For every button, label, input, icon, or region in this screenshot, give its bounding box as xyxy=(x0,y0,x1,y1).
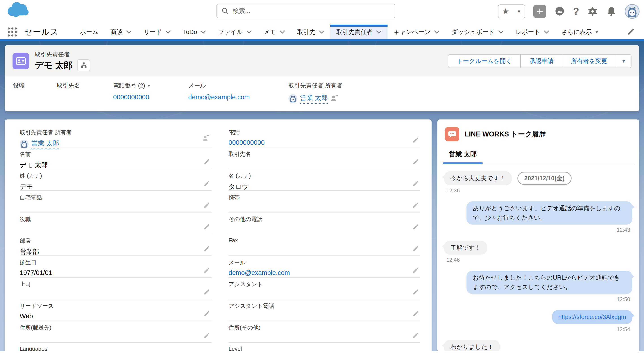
tab-home[interactable]: ホーム xyxy=(74,25,104,39)
chat-bubble-icon xyxy=(445,127,459,141)
chevron-down-icon xyxy=(126,31,132,34)
tab-contacts-active[interactable]: 取引先責任者 xyxy=(330,25,388,39)
field-first-name-kana: 名 (カナ) タロウ xyxy=(228,169,420,191)
edit-field-icon[interactable] xyxy=(204,202,210,209)
chevron-down-icon xyxy=(280,31,285,34)
setup-gear-icon[interactable] xyxy=(587,6,598,17)
change-owner-icon[interactable] xyxy=(330,94,338,104)
chat-message: わかりました！ 12:57 xyxy=(444,340,632,351)
edit-field-icon[interactable] xyxy=(204,310,210,318)
app-name[interactable]: セールス xyxy=(24,27,59,38)
favorite-star-icon[interactable]: ★ xyxy=(498,5,513,18)
submit-for-approval-button[interactable]: 承認申請 xyxy=(521,55,562,68)
field-languages: Languages xyxy=(20,343,212,351)
edit-field-icon[interactable] xyxy=(204,332,210,339)
field-other-phone: その他の電話 xyxy=(228,212,420,234)
search-icon xyxy=(222,7,229,15)
edit-field-icon[interactable] xyxy=(412,310,419,318)
favorites-dropdown-icon[interactable]: ▾ xyxy=(513,5,525,18)
chat-message: https://sforce.co/3Alxdgm 12:54 xyxy=(444,310,632,332)
field-phone: 電話 0000000000 xyxy=(228,126,420,147)
phone-link[interactable]: 0000000000 xyxy=(113,94,149,101)
field-name: 名前 デモ 太郎 xyxy=(20,147,212,169)
edit-field-icon[interactable] xyxy=(412,180,419,188)
edit-field-icon[interactable] xyxy=(204,267,210,274)
chat-tab-partner[interactable]: 営業 太郎 xyxy=(443,150,482,164)
search-input[interactable] xyxy=(232,8,390,15)
edit-field-icon[interactable] xyxy=(204,180,210,188)
record-header: 取引先責任者 デモ 太郎 xyxy=(5,45,639,76)
chat-header: LINE WORKS トーク履歴 xyxy=(443,125,634,141)
edit-field-icon[interactable] xyxy=(412,223,419,231)
tab-campaigns[interactable]: キャンペーン xyxy=(388,25,446,39)
field-contact-owner: 取引先責任者 所有者 営業 太郎 xyxy=(20,126,212,147)
tab-files[interactable]: ファイル xyxy=(212,25,258,39)
chat-panel-title: LINE WORKS トーク履歴 xyxy=(465,130,546,139)
edit-field-icon[interactable] xyxy=(204,223,210,231)
change-owner-button[interactable]: 所有者を変更 xyxy=(562,55,616,68)
salesforce-app-window: ★ ▾ + ? xyxy=(0,0,644,353)
chevron-down-icon xyxy=(246,31,252,34)
chevron-down-icon xyxy=(434,31,440,34)
edit-field-icon[interactable] xyxy=(412,202,419,209)
chat-url-link[interactable]: https://sforce.co/3Alxdgm xyxy=(558,314,626,320)
chat-tabs: 営業 太郎 xyxy=(443,150,634,164)
tab-reports[interactable]: レポート xyxy=(510,25,555,39)
tab-more[interactable]: さらに表示 ▾ xyxy=(555,25,604,39)
tab-opportunities[interactable]: 商談 xyxy=(104,25,138,39)
tab-tasks[interactable]: ToDo xyxy=(177,25,212,39)
change-owner-icon[interactable] xyxy=(202,134,210,143)
highlight-owner: 取引先責任者 所有者 営業 太郎 xyxy=(288,82,639,104)
field-reports-to: 上司 xyxy=(20,278,212,299)
field-fax: Fax xyxy=(228,234,420,256)
chevron-down-icon xyxy=(166,31,171,34)
app-nav-bar: セールス ホーム 商談 リード ToDo ファイル メモ xyxy=(0,25,644,41)
tab-dashboards[interactable]: ダッシュボード xyxy=(446,25,510,39)
email-link[interactable]: demo@example.com xyxy=(228,269,290,276)
chat-message: お待たせしました！こちらのURLからビデオ通話できますので、アクセスしてください… xyxy=(444,271,632,302)
message-time: 12:50 xyxy=(444,296,630,302)
edit-field-icon[interactable] xyxy=(204,158,210,166)
user-avatar[interactable] xyxy=(625,4,640,19)
global-search xyxy=(216,4,395,18)
field-assistant: アシスタント xyxy=(228,278,420,299)
field-mailing-address: 住所(郵送先) xyxy=(20,321,212,343)
message-time: 12:36 xyxy=(446,187,632,194)
highlights-panel: 役職 取引先名 電話番号 (2) ▾ 0000000000 メール demo xyxy=(5,76,639,111)
trailhead-icon[interactable] xyxy=(554,6,565,17)
email-link[interactable]: demo@example.com xyxy=(188,94,250,101)
tab-accounts[interactable]: 取引先 xyxy=(291,25,330,39)
record-name: デモ 太郎 xyxy=(35,59,73,71)
more-actions-dropdown-icon[interactable]: ▾ xyxy=(616,55,631,68)
notifications-bell-icon[interactable] xyxy=(606,6,617,17)
nav-edit-pencil-icon[interactable] xyxy=(627,28,635,37)
edit-field-icon[interactable] xyxy=(412,267,419,274)
tab-leads[interactable]: リード xyxy=(138,25,177,39)
edit-field-icon[interactable] xyxy=(204,245,210,253)
chat-message: 今から大丈夫です！ 2021/12/10(金) 12:36 xyxy=(444,171,632,194)
phone-link[interactable]: 0000000000 xyxy=(228,139,264,146)
chat-date-chip: 2021/12/10(金) xyxy=(518,172,572,185)
chevron-down-icon xyxy=(200,31,206,34)
hierarchy-button[interactable] xyxy=(77,59,90,71)
global-add-icon[interactable]: + xyxy=(533,5,546,18)
details-right-column: 電話 0000000000 取引先名 名 (カナ) タロウ xyxy=(228,126,420,351)
edit-field-icon[interactable] xyxy=(412,137,419,144)
header-actions: ★ ▾ + ? xyxy=(498,4,640,19)
message-time: 12:43 xyxy=(444,227,630,233)
chat-message: ありがとうございます。ビデオ通話の準備をしますので、少々お待ちください。 12:… xyxy=(444,201,632,233)
edit-field-icon[interactable] xyxy=(412,332,419,339)
open-talk-room-button[interactable]: トークルームを開く xyxy=(448,55,521,68)
help-icon[interactable]: ? xyxy=(573,6,579,17)
edit-field-icon[interactable] xyxy=(412,245,419,253)
tab-notes[interactable]: メモ xyxy=(258,25,291,39)
field-mobile: 携帯 xyxy=(228,191,420,212)
field-assistant-phone: アシスタント電話 xyxy=(228,299,420,321)
edit-field-icon[interactable] xyxy=(412,158,419,166)
app-launcher-icon[interactable] xyxy=(7,27,18,37)
edit-field-icon[interactable] xyxy=(204,288,210,296)
edit-field-icon[interactable] xyxy=(412,288,419,296)
phone-dropdown-icon[interactable]: ▾ xyxy=(148,83,150,88)
owner-avatar xyxy=(288,94,298,103)
owner-link[interactable]: 営業 太郎 xyxy=(300,94,328,104)
